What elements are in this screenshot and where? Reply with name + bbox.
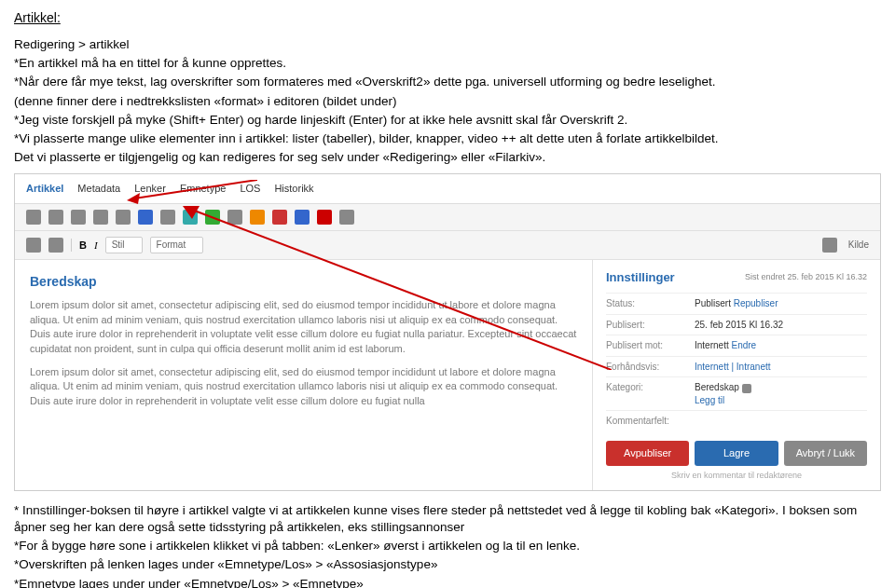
italic-button[interactable]: I [94, 239, 98, 253]
unlink-icon[interactable] [160, 210, 175, 225]
save-button[interactable]: Lagre [695, 441, 778, 466]
add-category-link[interactable]: Legg til [695, 395, 724, 405]
intro-line-5: *Vi plasserte mange ulike elementer inn … [14, 130, 881, 147]
row-published-to: Publisert mot:Internett Endre [606, 335, 867, 356]
embed-icon[interactable] [295, 210, 310, 225]
editor-screenshot: Artikkel Metadata Lenker Emnetype LOS Hi… [14, 173, 881, 490]
intro-line-3: (denne finner dere i nedtrekkslisten «fo… [14, 93, 881, 110]
row-comments: Kommentarfelt: [606, 410, 867, 431]
bold-button[interactable]: B [79, 239, 87, 253]
tab-lenker[interactable]: Lenker [134, 182, 166, 196]
tab-los[interactable]: LOS [240, 182, 260, 196]
copy-icon[interactable] [48, 210, 63, 225]
outro-line-2: *Overskriften på lenken lages under «Emn… [14, 556, 881, 573]
unpublish-button[interactable]: Avpubliser [606, 441, 689, 466]
editor-body[interactable]: Beredskap Lorem ipsum dolor sit amet, co… [15, 260, 592, 490]
youtube-icon[interactable] [317, 210, 332, 225]
bullet-list-icon[interactable] [26, 238, 41, 253]
cut-icon[interactable] [26, 210, 41, 225]
source-icon[interactable] [822, 238, 837, 253]
number-list-icon[interactable] [48, 238, 63, 253]
list-icon[interactable] [227, 210, 242, 225]
outro-line-0: * Innstillinger-boksen til høyre i artik… [14, 502, 881, 536]
more-icon[interactable] [339, 210, 354, 225]
cancel-button[interactable]: Avbryt / Lukk [784, 441, 867, 466]
republish-link[interactable]: Republiser [734, 298, 778, 308]
article-paragraph-1: Lorem ipsum dolor sit amet, consectetur … [30, 298, 577, 356]
image-icon[interactable] [183, 210, 198, 225]
redo-icon[interactable] [116, 210, 131, 225]
article-paragraph-2: Lorem ipsum dolor sit amet, consectetur … [30, 365, 577, 408]
media-icon[interactable] [250, 210, 265, 225]
category-settings-icon[interactable] [742, 384, 751, 393]
button-icon[interactable] [272, 210, 287, 225]
row-preview: Forhåndsvis:Internett | Intranett [606, 356, 867, 377]
toolbar-row-1 [15, 204, 880, 231]
tab-artikkel[interactable]: Artikkel [26, 182, 63, 196]
tab-metadata[interactable]: Metadata [77, 182, 120, 196]
preview-link[interactable]: Internett | Intranett [695, 361, 771, 374]
intro-line-6: Det vi plasserte er tilgjengelig og kan … [14, 149, 881, 166]
row-status: Status:Publisert Republiser [606, 293, 867, 314]
row-category: Kategori:Beredskap Legg til [606, 376, 867, 410]
tab-emnetype[interactable]: Emnetype [180, 182, 227, 196]
undo-icon[interactable] [93, 210, 108, 225]
link-icon[interactable] [138, 210, 153, 225]
settings-panel: Innstillinger Sist endret 25. feb 2015 K… [592, 260, 880, 490]
intro-line-4: *Jeg viste forskjell på myke (Shift+ Ent… [14, 112, 881, 129]
outro-line-1: *For å bygge høre sone i artikkelen klik… [14, 538, 881, 554]
table-icon[interactable] [205, 210, 220, 225]
row-published: Publisert:25. feb 2015 Kl 16.32 [606, 314, 867, 335]
source-label[interactable]: Kilde [848, 239, 869, 252]
article-heading: Beredskap [30, 273, 577, 292]
paste-icon[interactable] [71, 210, 86, 225]
change-link[interactable]: Endre [731, 340, 756, 350]
settings-title: Innstillinger [606, 269, 675, 286]
divider-icon [71, 239, 72, 252]
intro-line-0: Redigering > artikkel [14, 36, 881, 53]
settings-subtitle: Sist endret 25. feb 2015 Kl 16.32 [745, 271, 867, 282]
page-title: Artikkel: [14, 9, 881, 27]
format-select[interactable]: Format [150, 237, 204, 253]
comment-hint: Skriv en kommentar til redaktørene [606, 470, 867, 481]
editor-tabs: Artikkel Metadata Lenker Emnetype LOS Hi… [15, 174, 880, 204]
tab-historikk[interactable]: Historikk [274, 182, 313, 196]
intro-line-1: *En artikkel må ha en tittel for å kunne… [14, 55, 881, 72]
outro-line-3: *Emnetype lages under under «Emnetype/Lo… [14, 576, 881, 588]
intro-line-2: *Når dere får mye tekst, lag overskrifte… [14, 74, 881, 90]
toolbar-row-2: B I Stil Format Kilde [15, 231, 880, 260]
style-select[interactable]: Stil [105, 237, 143, 253]
